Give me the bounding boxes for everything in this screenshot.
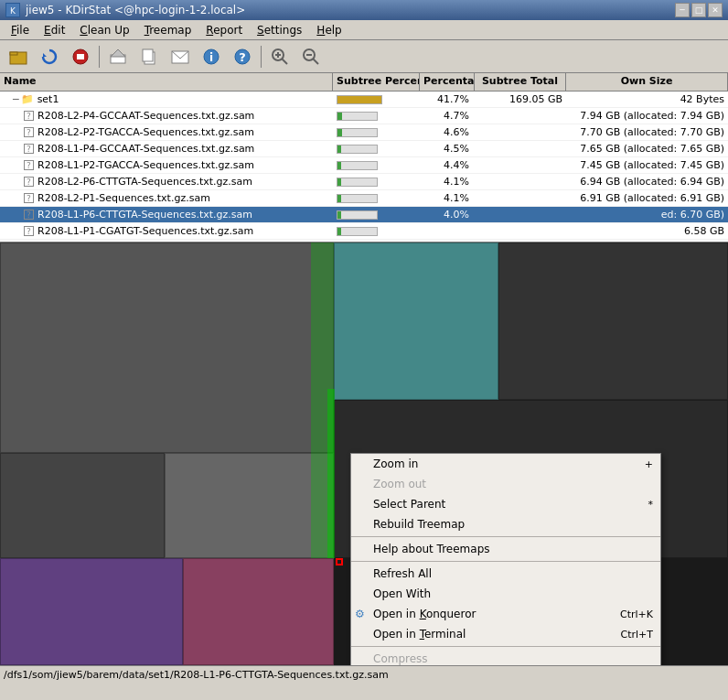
ctx-open-konqueror[interactable]: ⚙ Open in Konqueror Ctrl+K [351, 604, 660, 624]
ctx-open-konqueror-label: Open in Konqueror [373, 608, 476, 620]
subtree-total-cell [475, 214, 566, 216]
subtree-bar-fill [337, 113, 342, 120]
menu-file[interactable]: File [4, 22, 37, 38]
svg-text:?: ? [239, 50, 246, 64]
close-button[interactable]: ✕ [708, 3, 723, 17]
menu-edit[interactable]: Edit [37, 22, 72, 38]
subtree-pct-cell [333, 94, 420, 105]
table-row[interactable]: ?R208-L2-P6-CTTGTA-Sequences.txt.gz.sam4… [0, 174, 728, 190]
file-name-text: R208-L1-P6-CTTGTA-Sequences.txt.gz.sam [37, 209, 252, 221]
filelist: Name Subtree Percentage Percentage Subtr… [0, 73, 728, 242]
subtree-total-cell [475, 181, 566, 183]
col-header-subtree-total[interactable]: Subtree Total [475, 73, 566, 91]
menu-cleanup[interactable]: Clean Up [72, 22, 136, 38]
pct-cell [420, 231, 475, 232]
filelist-header: Name Subtree Percentage Percentage Subtr… [0, 73, 728, 92]
zoom-out-button[interactable] [296, 43, 326, 70]
open-dir-button[interactable] [4, 43, 33, 70]
subtree-bar-fill [337, 96, 381, 103]
ctx-open-with[interactable]: Open With [351, 584, 660, 604]
subtree-bar [337, 145, 378, 154]
pct-cell: 4.1% [420, 191, 475, 205]
table-row[interactable]: ?R208-L2-P1-Sequences.txt.gz.sam4.1%6.91… [0, 190, 728, 207]
subtree-bar [337, 112, 378, 121]
ctx-sep-1 [351, 536, 660, 537]
menu-help[interactable]: Help [309, 22, 348, 38]
ctx-open-terminal-shortcut: Ctrl+T [620, 629, 653, 641]
minimize-button[interactable]: ─ [675, 3, 690, 17]
titlebar: K jiew5 - KDirStat <@hpc-login-1-2.local… [0, 0, 728, 20]
pct-cell: 4.7% [420, 109, 475, 123]
file-name-text: R208-L2-P2-TGACCA-Sequences.txt.gz.sam [37, 126, 254, 138]
svg-rect-1 [10, 52, 17, 55]
col-header-name[interactable]: Name [0, 73, 333, 91]
table-row[interactable]: ─ 📁set141.7%169.05 GB42 Bytes [0, 92, 728, 108]
ctx-sep-2 [351, 561, 660, 562]
table-row[interactable]: ?R208-L1-P6-CTTGTA-Sequences.txt.gz.sam4… [0, 207, 728, 223]
subtree-pct-cell [333, 210, 420, 221]
file-name-cell: ?R208-L1-P2-TGACCA-Sequences.txt.gz.sam [0, 158, 333, 172]
maximize-button[interactable]: □ [691, 3, 706, 17]
help-button[interactable]: ? [228, 43, 257, 70]
refresh-button[interactable] [35, 43, 64, 70]
treemap-area[interactable]: Zoom in + Zoom out Select Parent * Rebui… [0, 242, 728, 665]
file-rows: ─ 📁set141.7%169.05 GB42 Bytes?R208-L2-P4… [0, 92, 728, 242]
ctx-zoom-in-label: Zoom in [373, 458, 418, 470]
file-name-text: R208-L2-P4-GCCAAT-Sequences.txt.gz.sam [37, 110, 254, 122]
file-name-cell: ?R208-L2-P1-Sequences.txt.gz.sam [0, 191, 333, 205]
menu-settings[interactable]: Settings [250, 22, 309, 38]
own-size-cell: 6.94 GB (allocated: 6.94 GB) [566, 175, 728, 188]
col-header-subtree-pct[interactable]: Subtree Percentage [333, 73, 420, 91]
konqueror-icon: ⚙ [355, 608, 365, 620]
menu-treemap[interactable]: Treemap [137, 22, 199, 38]
file-unknown-icon: ? [24, 144, 34, 154]
context-menu: Zoom in + Zoom out Select Parent * Rebui… [350, 453, 661, 665]
ctx-select-parent[interactable]: Select Parent * [351, 494, 660, 514]
svg-rect-8 [143, 49, 153, 61]
own-size-cell: 42 Bytes [566, 92, 728, 106]
ctx-zoom-in[interactable]: Zoom in + [351, 454, 660, 474]
col-header-own-size[interactable]: Own Size [566, 73, 728, 91]
col-header-pct[interactable]: Percentage [420, 73, 475, 91]
ctx-refresh-all-label: Refresh All [373, 567, 432, 580]
ctx-zoom-out-label: Zoom out [373, 478, 426, 490]
table-row[interactable]: ?R208-L1-P1-CGATGT-Sequences.txt.gz.sam6… [0, 223, 728, 240]
own-size-cell: 7.65 GB (allocated: 7.65 GB) [566, 142, 728, 156]
ctx-open-terminal[interactable]: Open in Terminal Ctrl+T [351, 624, 660, 644]
ctx-help-treemaps[interactable]: Help about Treemaps [351, 539, 660, 559]
email-button[interactable] [166, 43, 195, 70]
subtree-total-cell [475, 198, 566, 199]
menu-report[interactable]: Report [198, 22, 250, 38]
app-icon: K [5, 3, 20, 17]
menubar: File Edit Clean Up Treemap Report Settin… [0, 20, 728, 40]
toolbar-separator-1 [99, 46, 100, 68]
file-name-cell: ?R208-L1-P6-CTTGTA-Sequences.txt.gz.sam [0, 208, 333, 221]
subtree-total-cell [475, 231, 566, 232]
subtree-pct-cell [333, 226, 420, 237]
table-row[interactable]: ?R208-L2-P2-TGACCA-Sequences.txt.gz.sam4… [0, 124, 728, 141]
subtree-bar-fill [337, 145, 341, 153]
own-size-cell: 6.58 GB [566, 224, 728, 238]
table-row[interactable]: ?R208-L2-P4-GCCAAT-Sequences.txt.gz.sam4… [0, 108, 728, 124]
stop-button[interactable] [66, 43, 95, 70]
info-button[interactable]: i [197, 43, 226, 70]
pct-cell: 41.7% [420, 92, 475, 106]
ctx-open-konqueror-shortcut: Ctrl+K [620, 608, 653, 620]
subtree-bar [337, 194, 378, 203]
subtree-bar [337, 95, 382, 104]
copy-button[interactable] [134, 43, 164, 70]
subtree-bar [337, 178, 378, 187]
svg-rect-4 [77, 54, 84, 59]
file-name-cell: ?R208-L2-P2-TGACCA-Sequences.txt.gz.sam [0, 125, 333, 139]
zoom-in-button[interactable] [265, 43, 294, 70]
ctx-select-parent-shortcut: * [648, 499, 654, 511]
subtree-bar-fill [337, 195, 341, 202]
subtree-bar-fill [337, 178, 341, 186]
file-unknown-icon: ? [24, 111, 34, 121]
own-size-cell: 6.91 GB (allocated: 6.91 GB) [566, 191, 728, 205]
ctx-refresh-all[interactable]: Refresh All [351, 564, 660, 584]
table-row[interactable]: ?R208-L1-P4-GCCAAT-Sequences.txt.gz.sam4… [0, 141, 728, 157]
up-button[interactable] [103, 43, 133, 70]
ctx-rebuild-treemap[interactable]: Rebuild Treemap [351, 514, 660, 534]
table-row[interactable]: ?R208-L1-P2-TGACCA-Sequences.txt.gz.sam4… [0, 157, 728, 174]
